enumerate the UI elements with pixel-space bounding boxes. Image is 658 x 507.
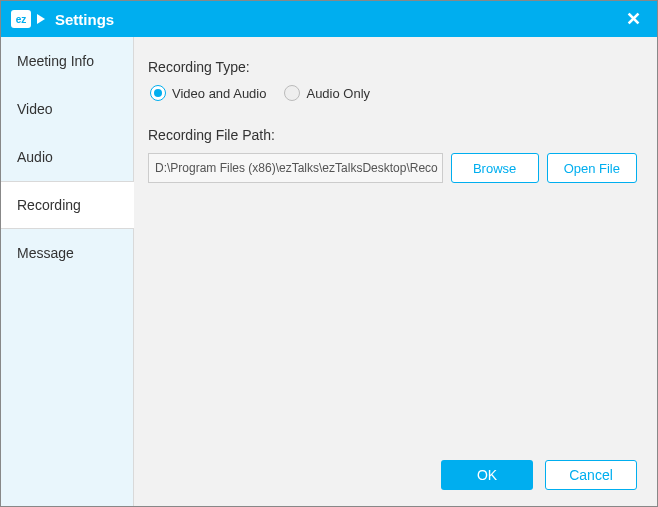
cancel-button[interactable]: Cancel bbox=[545, 460, 637, 490]
recording-type-label: Recording Type: bbox=[148, 59, 637, 75]
browse-button[interactable]: Browse bbox=[451, 153, 539, 183]
titlebar: ez Settings ✕ bbox=[1, 1, 657, 37]
radio-icon bbox=[284, 85, 300, 101]
window-title: Settings bbox=[55, 11, 114, 28]
radio-audio-only[interactable]: Audio Only bbox=[284, 85, 370, 101]
recording-type-radios: Video and Audio Audio Only bbox=[150, 85, 637, 101]
radio-label: Video and Audio bbox=[172, 86, 266, 101]
main-panel: Recording Type: Video and Audio Audio On… bbox=[134, 37, 657, 506]
close-icon[interactable]: ✕ bbox=[620, 4, 647, 34]
app-logo: ez bbox=[11, 10, 45, 28]
sidebar-item-meeting-info[interactable]: Meeting Info bbox=[1, 37, 133, 85]
radio-icon bbox=[150, 85, 166, 101]
radio-label: Audio Only bbox=[306, 86, 370, 101]
footer-buttons: OK Cancel bbox=[148, 446, 637, 490]
settings-window: ez Settings ✕ Meeting Info Video Audio R… bbox=[0, 0, 658, 507]
sidebar: Meeting Info Video Audio Recording Messa… bbox=[1, 37, 134, 506]
camera-icon bbox=[37, 14, 45, 24]
sidebar-item-audio[interactable]: Audio bbox=[1, 133, 133, 181]
sidebar-item-message[interactable]: Message bbox=[1, 229, 133, 277]
logo-badge-icon: ez bbox=[11, 10, 31, 28]
body: Meeting Info Video Audio Recording Messa… bbox=[1, 37, 657, 506]
ok-button[interactable]: OK bbox=[441, 460, 533, 490]
path-row: D:\Program Files (x86)\ezTalks\ezTalksDe… bbox=[148, 153, 637, 183]
recording-path-label: Recording File Path: bbox=[148, 127, 637, 143]
radio-video-and-audio[interactable]: Video and Audio bbox=[150, 85, 266, 101]
open-file-button[interactable]: Open File bbox=[547, 153, 637, 183]
recording-path-input[interactable]: D:\Program Files (x86)\ezTalks\ezTalksDe… bbox=[148, 153, 443, 183]
sidebar-item-recording[interactable]: Recording bbox=[1, 181, 134, 229]
sidebar-item-video[interactable]: Video bbox=[1, 85, 133, 133]
